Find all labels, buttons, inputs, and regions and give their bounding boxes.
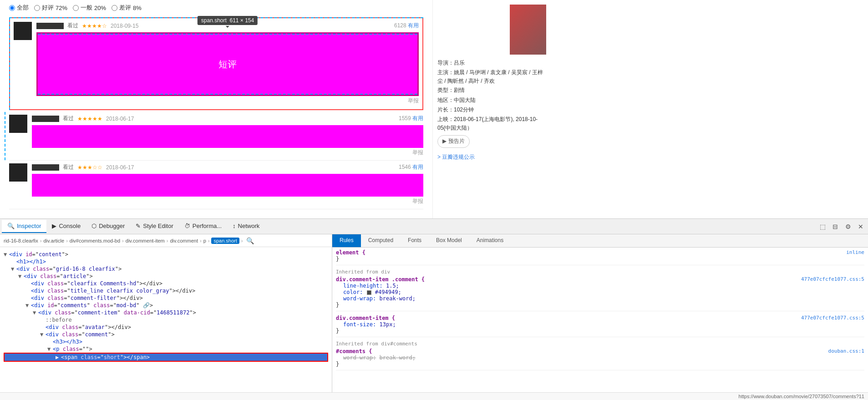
main-content: 全部 好评 72% 一般 20% 差评 8%	[0, 0, 432, 218]
director-info: 导演：吕乐	[437, 58, 546, 68]
html-content: ▼ <div id="content"> <h1></h1> ▼ <div cl…	[0, 249, 332, 364]
review-item: 看过 ★★★★☆ 2018-09-15 6128 有用 span.short 6…	[9, 17, 423, 110]
rules-tabs: Rules Computed Fonts Box Model Animation…	[332, 234, 868, 248]
html-line-selected[interactable]: ▶ <span class="short"></span>	[4, 353, 328, 362]
dock-bottom-btn[interactable]: ⊟	[830, 221, 841, 232]
breadcrumb-item[interactable]: div.comment-item	[126, 238, 165, 243]
release-info: 上映：2018-06-17(上海电影节), 2018-10-05(中国大陆）	[437, 115, 546, 132]
expand-triangle[interactable]: ▼	[18, 273, 24, 279]
expand-triangle[interactable]: ▼	[4, 251, 9, 258]
tab-debugger[interactable]: ⬡ Debugger	[86, 220, 130, 233]
expand-triangle[interactable]: ▼	[47, 346, 53, 352]
breadcrumb-active[interactable]: span.short	[211, 238, 239, 244]
inherited-label: Inherited from div#comments	[336, 341, 864, 347]
filter-ok[interactable]: 一般 20%	[73, 4, 106, 12]
html-line[interactable]: ▼ <div class="comment-item" data-cid="14…	[4, 309, 328, 316]
close-btn[interactable]: ✕	[855, 221, 866, 232]
breadcrumb-item[interactable]: div#comments.mod-bd	[70, 238, 120, 243]
review-action: 看过	[67, 22, 78, 30]
expand-triangle[interactable]: ▼	[33, 309, 38, 316]
debugger-icon: ⬡	[91, 223, 96, 229]
html-line[interactable]: <div class="title_line clearfix color_gr…	[4, 287, 328, 294]
rules-tab-rules[interactable]: Rules	[332, 234, 361, 247]
status-url: https://www.douban.com/movie/27073507/co…	[739, 394, 864, 399]
html-line[interactable]: <h1></h1>	[4, 258, 328, 265]
breadcrumb-item[interactable]: div.comment	[170, 238, 198, 243]
report-link[interactable]: 举报	[32, 197, 423, 206]
html-line[interactable]: ::before	[4, 316, 328, 324]
review-header: 看过 ★★★★★ 2018-06-17 1559 有用	[32, 115, 423, 122]
review-username	[36, 23, 64, 29]
html-line[interactable]: <h3></h3>	[4, 338, 328, 345]
dock-btn[interactable]: ⬚	[817, 221, 828, 232]
review-short-wrapper: span.short 611 × 154 短评	[36, 32, 419, 96]
tab-console[interactable]: ▶ Console	[46, 220, 86, 233]
html-panel-wrapper: rid-16-8.clearfix › div.article › div#co…	[0, 234, 332, 392]
review-action: 看过	[63, 115, 74, 122]
html-line[interactable]: <div class="clearfix Comments-hd"></div>	[4, 280, 328, 287]
breadcrumb-search[interactable]: 🔍	[246, 237, 254, 244]
review-date: 2018-09-15	[111, 23, 138, 29]
performance-icon: ⏱	[184, 223, 190, 229]
filter-all[interactable]: 全部	[9, 4, 29, 12]
html-line[interactable]: <div class="avatar"></div>	[4, 324, 328, 331]
network-icon: ↕	[233, 223, 236, 229]
html-panel: ▼ <div id="content"> <h1></h1> ▼ <div cl…	[0, 247, 332, 365]
tab-inspector[interactable]: 🔍 Inspector	[2, 220, 46, 233]
filter-bad[interactable]: 差评 8%	[112, 4, 142, 12]
rules-tab-animations[interactable]: Animations	[469, 234, 511, 247]
html-line[interactable]: ▼ <div class="grid-16-8 clearfix">	[4, 265, 328, 273]
breadcrumb-item[interactable]: rid-16-8.clearfix	[4, 238, 38, 243]
review-avatar	[9, 115, 27, 133]
review-count: 6128 有用	[394, 22, 419, 30]
status-bar: https://www.douban.com/movie/27073507/co…	[0, 392, 868, 400]
expand-triangle[interactable]: ▼	[40, 331, 46, 338]
rules-tab-box-model[interactable]: Box Model	[429, 234, 469, 247]
review-item: 看过 ★★★★★ 2018-06-17 1559 有用 举报	[9, 112, 423, 161]
review-item: 看过 ★★★☆☆ 2018-06-17 1546 有用 举报	[9, 161, 423, 209]
inspector-icon: 🔍	[7, 223, 15, 229]
css-rule-block: 477e07cfcfe1077.css:5 div.comment-item .…	[336, 276, 864, 311]
preview-button[interactable]: ▶ 预告片	[437, 135, 470, 148]
sidebar-info: 导演：吕乐 主演：姚晨 / 马伊琍 / 袁文康 / 吴昊宸 / 王梓尘 / 陶昕…	[437, 58, 546, 162]
report-link[interactable]: 举报	[32, 148, 423, 157]
tab-network[interactable]: ↕ Network	[227, 220, 265, 233]
html-line[interactable]: ▼ <div class="comment">	[4, 331, 328, 338]
css-property-line: word-wrap: break-word;	[336, 295, 864, 302]
review-stars: ★★★★★	[77, 116, 102, 122]
review-avatar	[14, 22, 32, 40]
region-info: 地区：中国大陆	[437, 96, 546, 106]
expand-triangle[interactable]: ▼	[11, 266, 16, 272]
review-count: 1546 有用	[399, 163, 423, 171]
html-line[interactable]: ▼ <div id="content">	[4, 251, 328, 258]
rules-tab-fonts[interactable]: Fonts	[401, 234, 429, 247]
html-line[interactable]: ▼ <div id="comments" class="mod-bd" 🔗>	[4, 302, 328, 309]
genre-info: 类型：剧情	[437, 86, 546, 96]
tab-style-editor[interactable]: ✎ Style Editor	[130, 220, 178, 233]
html-line[interactable]: ▼ <div class="article">	[4, 273, 328, 280]
settings-btn[interactable]: ⚙	[843, 221, 853, 232]
report-link[interactable]: 举报	[36, 96, 419, 106]
css-property-line: font-size: 13px;	[336, 321, 864, 328]
review-stars: ★★★☆☆	[77, 164, 102, 171]
css-source[interactable]: inline	[846, 249, 864, 255]
html-line[interactable]: ▼ <p class="">	[4, 345, 328, 353]
html-line[interactable]: <div class="comment-filter"></div>	[4, 294, 328, 302]
breadcrumb-item[interactable]: div.article	[43, 238, 64, 243]
violation-link[interactable]: > 豆瓣违规公示	[437, 152, 546, 162]
review-body: 看过 ★★★★★ 2018-06-17 1559 有用 举报	[32, 115, 423, 157]
css-source[interactable]: 477e07cfcfe1077.css:5	[801, 276, 864, 282]
reviews-list: 看过 ★★★★☆ 2018-09-15 6128 有用 span.short 6…	[9, 17, 423, 209]
review-body: 看过 ★★★★☆ 2018-09-15 6128 有用 span.short 6…	[36, 22, 419, 106]
play-icon: ▶	[442, 137, 447, 147]
breadcrumb-bar: rid-16-8.clearfix › div.article › div#co…	[0, 234, 332, 247]
webpage-area: 全部 好评 72% 一般 20% 差评 8%	[0, 0, 868, 218]
inherited-label: Inherited from div	[336, 269, 864, 275]
rules-tab-computed[interactable]: Computed	[361, 234, 401, 247]
expand-triangle[interactable]: ▼	[25, 302, 31, 309]
breadcrumb-item[interactable]: p	[203, 238, 206, 243]
tab-performance[interactable]: ⏱ Performa...	[179, 220, 227, 233]
css-source[interactable]: 477e07cfcfe1077.css:5	[801, 315, 864, 321]
filter-good[interactable]: 好评 72%	[34, 4, 67, 12]
css-source[interactable]: douban.css:1	[828, 348, 864, 354]
